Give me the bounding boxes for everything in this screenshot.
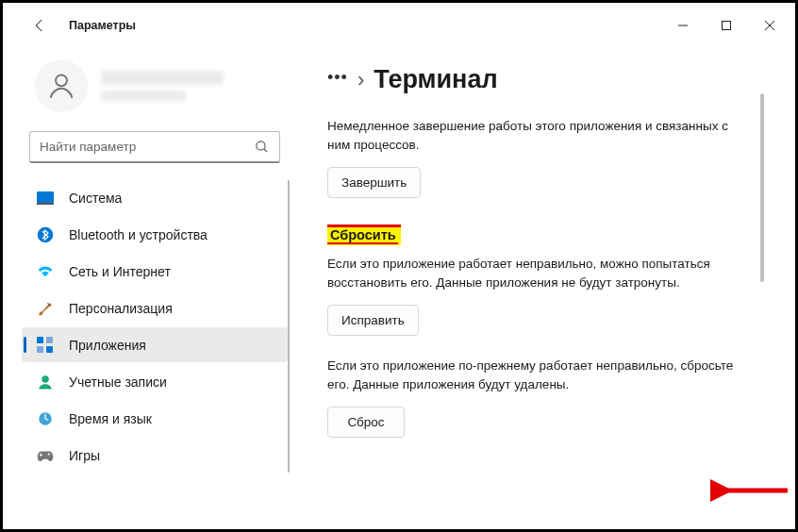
accounts-icon: [37, 374, 54, 391]
avatar: [35, 59, 88, 112]
terminate-description: Немедленное завершение работы этого прил…: [327, 117, 750, 154]
repair-button[interactable]: Исправить: [327, 305, 419, 336]
gaming-icon: [37, 447, 54, 464]
wifi-icon: [37, 263, 54, 280]
svg-point-1: [56, 75, 67, 86]
sidebar-item-label: Персонализация: [69, 301, 173, 316]
profile-name: [101, 71, 224, 85]
search-icon: [254, 139, 270, 158]
svg-rect-9: [46, 346, 53, 353]
sidebar-item-apps[interactable]: Приложения: [22, 327, 288, 362]
sidebar-item-gaming[interactable]: Игры: [22, 438, 288, 473]
reset-description: Если это приложение по-прежнему работает…: [327, 357, 750, 393]
svg-point-10: [42, 375, 49, 383]
sidebar-item-label: Игры: [69, 448, 100, 463]
svg-rect-6: [37, 337, 43, 343]
clock-globe-icon: [37, 410, 54, 427]
sidebar-item-time-language[interactable]: Время и язык: [22, 401, 288, 436]
sidebar-item-accounts[interactable]: Учетные записи: [22, 364, 288, 399]
sidebar-nav: Система Bluetooth и устройства Сеть и Ин…: [22, 180, 288, 473]
close-button[interactable]: [748, 7, 791, 44]
sidebar-item-bluetooth[interactable]: Bluetooth и устройства: [22, 217, 288, 252]
sidebar-item-personalization[interactable]: Персонализация: [22, 291, 288, 325]
sidebar-item-label: Bluetooth и устройства: [69, 227, 208, 242]
profile-email: [101, 91, 186, 101]
breadcrumb: ••• › Терминал: [327, 65, 750, 94]
sidebar-item-system[interactable]: Система: [22, 180, 288, 215]
search-box[interactable]: [29, 131, 280, 163]
svg-rect-8: [37, 346, 43, 353]
svg-rect-4: [37, 203, 54, 205]
breadcrumb-more-icon[interactable]: •••: [327, 69, 348, 86]
page-title: Терминал: [374, 65, 497, 94]
search-input[interactable]: [30, 140, 279, 154]
chevron-right-icon: ›: [357, 68, 364, 92]
reset-button[interactable]: Сброс: [327, 407, 405, 438]
system-icon: [37, 190, 54, 207]
apps-icon: [37, 337, 54, 354]
profile-block[interactable]: [35, 59, 280, 112]
sidebar-item-label: Сеть и Интернет: [69, 264, 171, 279]
brush-icon: [37, 300, 54, 317]
window-controls: [661, 7, 791, 44]
title-bar: Параметры: [3, 3, 795, 48]
window-title: Параметры: [69, 19, 136, 32]
sidebar: Система Bluetooth и устройства Сеть и Ин…: [3, 48, 295, 529]
scrollbar[interactable]: [759, 65, 767, 529]
sidebar-item-network[interactable]: Сеть и Интернет: [22, 254, 288, 289]
back-button[interactable]: [29, 15, 50, 36]
svg-point-12: [48, 453, 50, 455]
svg-rect-0: [723, 22, 731, 30]
sidebar-item-label: Время и язык: [69, 411, 152, 426]
maximize-button[interactable]: [705, 7, 748, 44]
svg-point-5: [38, 226, 54, 242]
svg-rect-7: [46, 337, 53, 343]
sidebar-divider: [288, 180, 290, 473]
bluetooth-icon: [37, 226, 54, 243]
repair-description: Если это приложение работает неправильно…: [327, 255, 750, 291]
svg-rect-3: [37, 191, 54, 203]
minimize-button[interactable]: [661, 7, 705, 44]
main-content: ••• › Терминал Немедленное завершение ра…: [295, 48, 795, 529]
sidebar-item-label: Учетные записи: [69, 374, 167, 390]
sidebar-item-label: Приложения: [69, 338, 146, 353]
reset-heading: Сбросить: [327, 224, 401, 245]
terminate-button[interactable]: Завершить: [327, 167, 421, 198]
sidebar-item-label: Система: [69, 191, 122, 206]
svg-point-2: [257, 141, 265, 150]
